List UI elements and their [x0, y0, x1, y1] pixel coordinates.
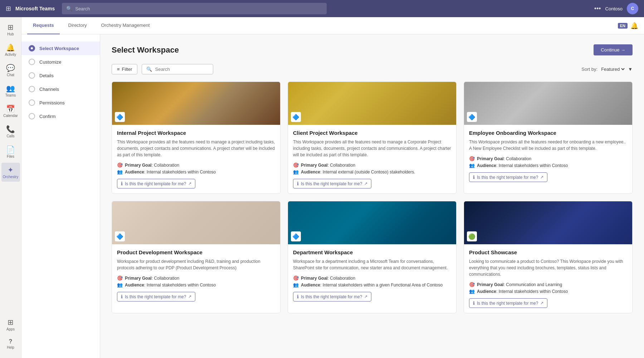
sidebar-item-apps[interactable]: ⊞ Apps [1, 315, 20, 334]
step-permissions[interactable]: Permissions [21, 96, 100, 109]
sidebar-item-orchestry[interactable]: ✦ Orchestry [1, 163, 20, 182]
notification-bell-icon[interactable]: 🔔 [630, 22, 638, 30]
info-icon: ℹ [297, 181, 299, 186]
orchestry-icon: ✦ [8, 166, 14, 174]
workspace-card-department[interactable]: 🔷 Department Workspace Workspace for a d… [288, 201, 457, 313]
grid-icon[interactable]: ⊞ [6, 5, 11, 13]
step-customize[interactable]: Customize [21, 55, 100, 69]
chat-icon: 💬 [6, 64, 15, 72]
template-link-product-development[interactable]: ℹ Is this the right template for me? ↗ [117, 292, 195, 301]
step-label-permissions: Permissions [39, 100, 65, 106]
search-icon-small: 🔍 [146, 67, 152, 72]
template-link-client-project[interactable]: ℹ Is this the right template for me? ↗ [293, 179, 371, 188]
lang-badge: EN [618, 23, 628, 29]
template-link-employee-onboarding[interactable]: ℹ Is this the right template for me? ↗ [469, 172, 547, 182]
audience-icon: 👥 [469, 289, 475, 294]
goal-icon: 🎯 [293, 162, 299, 168]
card-body-internal-project: Internal Project Workspace This Workspac… [112, 125, 280, 193]
card-goal-product-showcase: 🎯 Primary Goal: Communication and Learni… [469, 282, 627, 287]
card-meta-internal-project: 🎯 Primary Goal: Collaboration 👥 Audience… [117, 162, 275, 175]
filter-label: Filter [122, 67, 132, 72]
main-layout: ⊞ Hub 🔔 Activity 💬 Chat 👥 Teams 📅 Calend… [0, 17, 644, 358]
card-desc-department: Workspace for a department including a M… [293, 258, 451, 271]
workspace-search-input[interactable] [155, 67, 209, 72]
card-goal-internal-project: 🎯 Primary Goal: Collaboration [117, 162, 275, 168]
card-body-product-development: Product Development Workspace Workspace … [112, 244, 280, 306]
workspace-search[interactable]: 🔍 [142, 64, 213, 74]
hub-icon: ⊞ [8, 23, 14, 31]
card-audience-employee-onboarding: 👥 Audience: Internal stakeholders within… [469, 163, 627, 168]
sidebar-item-calendar[interactable]: 📅 Calendar [1, 102, 20, 121]
workspace-card-internal-project[interactable]: 🔷 Internal Project Workspace This Worksp… [112, 82, 280, 194]
step-dot-details [29, 72, 35, 79]
workspace-card-product-development[interactable]: 🔷 Product Development Workspace Workspac… [112, 201, 280, 313]
sidebar-item-help[interactable]: ? Help [1, 335, 20, 352]
card-badge-product-showcase: 🟢 [467, 231, 477, 241]
sidebar-item-calls[interactable]: 📞 Calls [1, 122, 20, 141]
card-badge-employee-onboarding: 🔷 [467, 112, 477, 122]
step-confirm[interactable]: Confirm [21, 109, 100, 123]
page-title: Select Workspace [112, 45, 179, 55]
avatar[interactable]: C [627, 3, 638, 14]
tab-orchestry-management[interactable]: Orchestry Management [96, 17, 156, 34]
continue-button[interactable]: Continue → [594, 44, 633, 55]
step-select-workspace[interactable]: Select Workspace [21, 41, 100, 55]
step-label-channels: Channels [39, 87, 59, 92]
card-goal-product-development: 🎯 Primary Goal: Collaboration [117, 275, 275, 281]
sidebar-item-hub[interactable]: ⊞ Hub [1, 20, 20, 39]
sidebar-label-orchestry: Orchestry [3, 175, 18, 179]
card-title-internal-project: Internal Project Workspace [117, 130, 275, 136]
goal-icon: 🎯 [293, 275, 299, 281]
workspace-card-product-showcase[interactable]: 🟢 Product Showcase Looking to communicat… [464, 201, 633, 313]
sidebar-label-calls: Calls [6, 134, 14, 138]
sidebar-item-files[interactable]: 📄 Files [1, 142, 20, 161]
card-meta-client-project: 🎯 Primary Goal: Collaboration 👥 Audience… [293, 162, 451, 175]
sidebar-label-apps: Apps [6, 327, 15, 331]
workspace-card-client-project[interactable]: 🔷 Client Project Workspace This Workspac… [288, 82, 457, 194]
sidebar-item-chat[interactable]: 💬 Chat [1, 61, 20, 80]
search-input[interactable] [75, 6, 322, 11]
step-details[interactable]: Details [21, 69, 100, 82]
sort-select[interactable]: Featured Name Recent [600, 66, 626, 72]
content-area: Requests Directory Orchestry Management … [21, 17, 644, 358]
step-dot-permissions [29, 99, 35, 106]
card-title-employee-onboarding: Employee Onboarding Workspace [469, 130, 627, 136]
apps-icon: ⊞ [8, 318, 14, 327]
filter-icon: ≡ [117, 67, 120, 72]
chevron-down-icon: ▼ [628, 67, 633, 72]
cards-grid: 🔷 Internal Project Workspace This Worksp… [112, 82, 633, 313]
template-link-department[interactable]: ℹ Is this the right template for me? ↗ [293, 292, 371, 301]
activity-icon: 🔔 [6, 43, 15, 52]
card-desc-product-showcase: Looking to communicate a product to Cont… [469, 258, 627, 278]
workspace-card-employee-onboarding[interactable]: 🔷 Employee Onboarding Workspace This Wor… [464, 82, 633, 194]
goal-icon: 🎯 [117, 162, 123, 168]
topbar: ⊞ Microsoft Teams 🔍 ••• Contoso C [0, 0, 644, 17]
step-channels[interactable]: Channels [21, 82, 100, 96]
calls-icon: 📞 [6, 125, 15, 133]
template-link-product-showcase[interactable]: ℹ Is this the right template for me? ↗ [469, 298, 547, 308]
topbar-search[interactable]: 🔍 [62, 3, 327, 14]
step-label-details: Details [39, 73, 54, 78]
calendar-icon: 📅 [6, 104, 15, 113]
filter-button[interactable]: ≡ Filter [112, 64, 137, 74]
external-link-icon: ↗ [364, 294, 367, 299]
card-audience-client-project: 👥 Audience: Internal external (outside C… [293, 169, 451, 175]
sidebar-item-teams[interactable]: 👥 Teams [1, 81, 20, 100]
card-body-department: Department Workspace Workspace for a dep… [288, 244, 456, 306]
tab-directory[interactable]: Directory [63, 17, 93, 34]
sidebar-item-activity[interactable]: 🔔 Activity [1, 40, 20, 59]
goal-icon: 🎯 [117, 275, 123, 281]
card-body-client-project: Client Project Workspace This Workspace … [288, 125, 456, 193]
card-badge-client-project: 🔷 [291, 112, 301, 122]
audience-icon: 👥 [117, 169, 123, 175]
audience-icon: 👥 [293, 169, 299, 175]
card-image-employee-onboarding: 🔷 [464, 82, 632, 125]
card-title-department: Department Workspace [293, 249, 451, 255]
card-title-product-development: Product Development Workspace [117, 249, 275, 255]
card-badge-product-development: 🔷 [115, 231, 125, 241]
tab-requests[interactable]: Requests [27, 17, 60, 34]
template-link-internal-project[interactable]: ℹ Is this the right template for me? ↗ [117, 179, 195, 188]
audience-icon: 👥 [293, 282, 299, 288]
icon-sidebar: ⊞ Hub 🔔 Activity 💬 Chat 👥 Teams 📅 Calend… [0, 17, 21, 358]
more-options-icon[interactable]: ••• [594, 5, 601, 13]
